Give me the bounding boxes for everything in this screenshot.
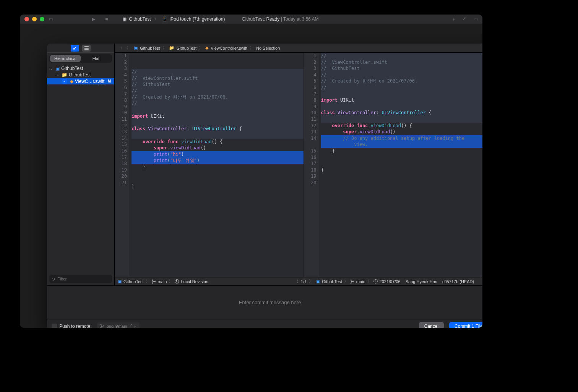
code-line[interactable]: // GithubTest (321, 65, 483, 72)
scheme-selector[interactable]: ▣ GithubTest 〉 📱 iPod touch (7th generat… (122, 16, 225, 23)
tree-node[interactable]: ⌄▣GithubTest (47, 65, 114, 71)
device-icon: 📱 (162, 16, 167, 22)
check-all-icon[interactable]: ✓ (71, 45, 79, 52)
code-line[interactable]: view. (321, 141, 483, 148)
code-line[interactable] (132, 196, 304, 202)
run-button[interactable]: ▶ (92, 16, 95, 22)
code-line[interactable]: // (132, 100, 304, 107)
crumb-0[interactable]: GithubTest (140, 46, 160, 50)
code-line[interactable]: // (321, 84, 483, 91)
breadcrumb[interactable]: 〈 〉 ▣ GithubTest 〉 📁 GithubTest 〉 ◆ View… (115, 44, 482, 53)
filter-field[interactable]: ⊖ Filter (49, 275, 112, 283)
code-line[interactable] (321, 160, 483, 167)
code-line[interactable] (321, 180, 483, 186)
folder-icon: 📁 (62, 72, 67, 78)
code-line[interactable]: super.viewDidLoad() (132, 145, 304, 151)
code-line[interactable] (132, 177, 304, 183)
code-line[interactable]: print("너무 쉬워") (132, 157, 304, 164)
close-icon[interactable] (24, 17, 29, 21)
code-line[interactable]: // Created by 한상혁 on 2021/07/06. (132, 94, 304, 100)
crumb-2[interactable]: ViewController.swift (211, 46, 247, 50)
app-icon: ▣ (122, 16, 127, 22)
back-icon[interactable]: 〈 (118, 45, 123, 51)
disclosure-icon[interactable]: ⌄ (50, 66, 54, 70)
file-tree[interactable]: ⌄▣GithubTest⌄📁GithubTest✓◆ViewC…r.swiftM (47, 64, 114, 273)
code-left[interactable]: 1⌄ //// ViewController.swift// GithubTes… (129, 53, 304, 277)
view-mode-segment[interactable]: Hierarchical Flat (49, 54, 112, 63)
expand-icon[interactable]: ⤢ (462, 16, 466, 23)
code-line[interactable]: override func viewDidLoad() { (321, 123, 483, 129)
tree-node[interactable]: ⌄📁GithubTest (47, 71, 114, 78)
code-line[interactable]: class ViewController: UIViewController { (132, 126, 304, 132)
code-line[interactable]: } (321, 167, 483, 173)
mode-hierarchical[interactable]: Hierarchical (50, 55, 81, 62)
swift-icon: ◆ (70, 79, 73, 84)
traffic-lights[interactable] (24, 17, 44, 21)
code-line[interactable]: // Created by 한상혁 on 2021/07/06. (321, 78, 483, 84)
remote-select[interactable]: origin/main ⌃⌄ (97, 322, 140, 328)
repo-icon: ▣ (118, 279, 122, 284)
push-checkbox[interactable]: Push to remote: (52, 324, 92, 328)
code-line[interactable]: super.viewDidLoad() (321, 129, 483, 135)
code-line[interactable] (321, 104, 483, 110)
plus-icon[interactable]: ＋ (451, 16, 456, 23)
code-line[interactable] (132, 107, 304, 113)
repo-icon: ▣ (316, 279, 320, 284)
code-line[interactable]: } (321, 148, 483, 154)
commit-message[interactable]: Enter commit message here (47, 285, 482, 319)
code-line[interactable]: override func viewDidLoad() { (132, 139, 304, 145)
code-right[interactable]: //// ViewController.swift// GithubTest//… (319, 53, 483, 277)
stop-button[interactable]: ■ (105, 16, 108, 22)
code-line[interactable] (321, 154, 483, 161)
minimize-icon[interactable] (32, 17, 37, 21)
code-line[interactable] (321, 116, 483, 123)
rev-right[interactable]: ▣ GithubTest〉 main〉 2021/07/06 Sang Hyeo… (313, 279, 482, 284)
cancel-button[interactable]: Cancel (419, 322, 444, 328)
code-line[interactable]: // ViewController.swift (321, 59, 483, 66)
pane-left[interactable]: 123456789101112131415161718192021 1⌄ ///… (115, 53, 304, 277)
mode-flat[interactable]: Flat (81, 55, 111, 62)
branch-icon (100, 324, 104, 328)
crumb-3[interactable]: No Selection (256, 46, 280, 50)
code-line[interactable]: } (132, 183, 304, 190)
next-icon[interactable]: 〉 (309, 279, 313, 284)
checkbox-icon[interactable] (52, 324, 57, 328)
chevron-updown-icon: ⌃⌄ (130, 324, 136, 328)
library-icon[interactable]: ▭ (474, 16, 478, 22)
diff-pager[interactable]: 〈 1/1 〉 (294, 279, 313, 284)
code-line[interactable] (321, 173, 483, 180)
code-line[interactable]: // GithubTest (132, 81, 304, 88)
code-line[interactable] (132, 132, 304, 139)
forward-icon[interactable]: 〉 (126, 45, 132, 51)
disclosure-icon[interactable]: ⌄ (56, 73, 60, 77)
code-line[interactable]: import UIKit (321, 97, 483, 104)
code-line[interactable]: // (132, 88, 304, 94)
code-line[interactable] (321, 91, 483, 97)
code-line[interactable]: // ViewController.swift (132, 75, 304, 82)
zoom-icon[interactable] (40, 17, 44, 21)
folder-icon: 📁 (169, 45, 174, 50)
code-line[interactable]: class ViewController: UIViewController { (321, 110, 483, 116)
prev-icon[interactable]: 〈 (294, 279, 299, 284)
rev-left[interactable]: ▣ GithubTest〉 main〉 Local Revision (115, 279, 294, 284)
view-mode-icon[interactable]: ☰ (82, 45, 91, 52)
commit-sidebar: ✓ ☰ Hierarchical Flat ⌄▣GithubTest⌄📁Gith… (47, 44, 115, 285)
pane-right[interactable]: 1234567891011121314151617181920 //// Vie… (304, 53, 483, 277)
code-line[interactable]: import UIKit (132, 113, 304, 120)
code-line[interactable]: print("hi") (132, 151, 304, 158)
code-line[interactable]: } (132, 164, 304, 170)
code-line[interactable]: // (132, 69, 304, 75)
code-line[interactable] (132, 189, 304, 196)
sidebar-toggle-icon[interactable]: ▭ (47, 16, 54, 22)
checkbox-icon[interactable]: ✓ (62, 79, 67, 84)
code-line[interactable] (132, 120, 304, 126)
crumb-1[interactable]: GithubTest (177, 46, 197, 50)
code-line[interactable] (132, 170, 304, 177)
titlebar: ▭ ▶ ■ ▣ GithubTest 〉 📱 iPod touch (7th g… (20, 15, 482, 24)
code-line[interactable]: // (321, 53, 483, 59)
tree-node[interactable]: ✓◆ViewC…r.swiftM (47, 78, 114, 84)
commit-button[interactable]: Commit 1 File (449, 322, 482, 328)
button-row: Push to remote: origin/main ⌃⌄ Cancel Co… (47, 319, 482, 328)
code-line[interactable]: // Do any additional setup after loading… (321, 135, 483, 142)
code-line[interactable]: // (321, 72, 483, 78)
